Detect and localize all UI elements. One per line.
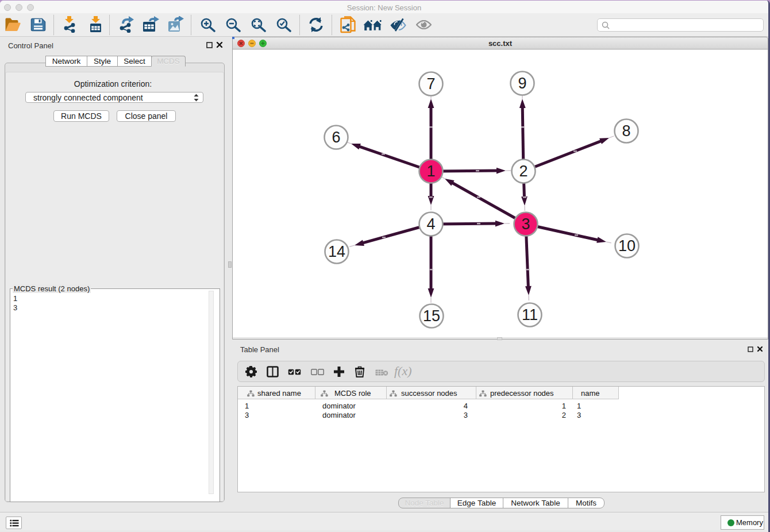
svg-text:15: 15	[423, 307, 440, 325]
svg-text:14: 14	[328, 243, 345, 260]
svg-text:2: 2	[519, 163, 528, 180]
svg-text:9: 9	[518, 75, 526, 92]
svg-text:8: 8	[622, 122, 630, 140]
svg-text:7: 7	[426, 75, 435, 92]
svg-text:1: 1	[426, 163, 435, 180]
svg-text:4: 4	[426, 215, 435, 233]
svg-text:6: 6	[332, 129, 340, 146]
svg-text:3: 3	[521, 215, 530, 233]
svg-text:11: 11	[522, 306, 538, 323]
svg-text:10: 10	[618, 237, 636, 255]
